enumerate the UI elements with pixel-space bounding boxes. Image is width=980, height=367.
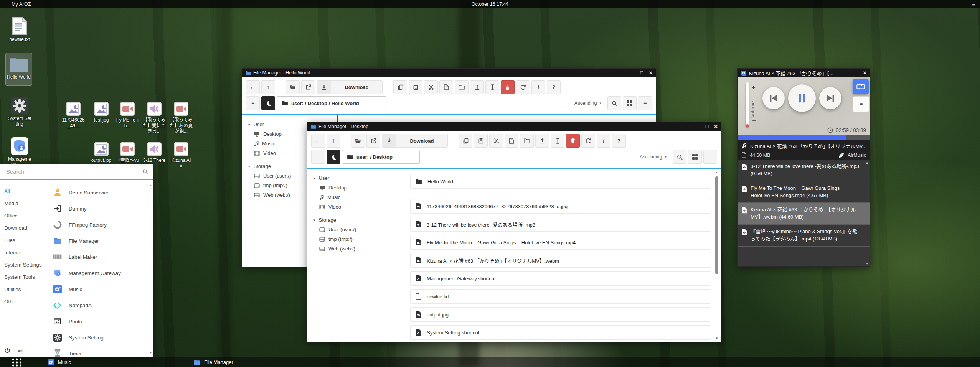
- toolbar-button[interactable]: Download: [317, 80, 383, 94]
- menu-category[interactable]: All: [0, 185, 47, 197]
- scrollbar-thumb[interactable]: [715, 176, 718, 274]
- desktop-icon[interactable]: System Set ting: [6, 97, 33, 127]
- toolbar-button[interactable]: [301, 80, 315, 94]
- menu-category[interactable]: Download: [0, 222, 47, 234]
- app-list-item[interactable]: File Manager: [53, 233, 147, 249]
- close-button[interactable]: ×: [649, 69, 652, 77]
- menu-category[interactable]: System Settings: [0, 259, 47, 271]
- playlist-item[interactable]: 『雪峰 ～yukimine～ Piano & Strings Ver.』を歌って…: [738, 225, 870, 247]
- toolbar-button[interactable]: [424, 80, 438, 94]
- sidebar-item[interactable]: Web (web:/): [313, 244, 403, 253]
- menu-category[interactable]: Internet: [0, 247, 47, 259]
- toolbar-button[interactable]: ←: [311, 134, 325, 148]
- toolbar-button[interactable]: [566, 134, 580, 148]
- desktop-icon[interactable]: output.jpg: [88, 142, 115, 163]
- title-bar[interactable]: Kizuna AI × 花譜 #63 「かりそめ」【... – ×: [738, 69, 870, 77]
- toolbar-button[interactable]: i: [531, 80, 545, 94]
- volume-slider[interactable]: [746, 82, 749, 128]
- desktop-icon[interactable]: Fly Me To T h...: [114, 102, 141, 128]
- minimize-button[interactable]: –: [697, 122, 700, 131]
- toolbar-button[interactable]: [470, 80, 484, 94]
- toolbar-button[interactable]: [366, 134, 380, 148]
- system-brand[interactable]: My ArOZ: [12, 2, 31, 7]
- toolbar-button[interactable]: [489, 134, 503, 148]
- app-list-item[interactable]: Timer: [53, 346, 147, 357]
- scroll-down-icon[interactable]: ▾: [714, 336, 719, 340]
- list-view-button[interactable]: ≡: [638, 96, 652, 110]
- toolbar-button[interactable]: [505, 134, 518, 148]
- toolbar-button[interactable]: Download: [382, 134, 448, 148]
- toolbar-button[interactable]: [351, 134, 365, 148]
- app-list-item[interactable]: Music: [53, 281, 147, 297]
- toolbar-button[interactable]: [501, 80, 515, 94]
- desktop-icon[interactable]: 3-12 There: [141, 142, 168, 163]
- scrollbar[interactable]: ▴ ▾: [149, 181, 153, 357]
- dark-mode-button[interactable]: [327, 150, 340, 164]
- toolbar-button[interactable]: ↑: [261, 80, 275, 94]
- playlist-menu-button[interactable]: ≡: [853, 96, 869, 112]
- toolbar-button[interactable]: [439, 80, 453, 94]
- sidebar-item[interactable]: ▾ Storage: [313, 215, 403, 225]
- minimize-button[interactable]: –: [632, 69, 635, 77]
- toolbar-button[interactable]: [581, 134, 595, 148]
- toolbar-button[interactable]: [474, 134, 488, 148]
- app-list-item[interactable]: Dummy: [53, 201, 147, 217]
- toolbar-button[interactable]: [485, 80, 499, 94]
- toolbar-button[interactable]: ?: [612, 134, 626, 148]
- toolbar-button[interactable]: [409, 80, 422, 94]
- toolbar-button[interactable]: ↑: [327, 134, 340, 148]
- minimize-button[interactable]: –: [855, 69, 857, 77]
- app-list-item[interactable]: System Setting: [53, 329, 147, 346]
- sidebar-item[interactable]: User (user:/): [313, 225, 403, 234]
- menu-category[interactable]: Media: [0, 197, 47, 210]
- hamburger-icon[interactable]: ≡: [972, 0, 975, 8]
- toolbar-button[interactable]: ?: [547, 80, 561, 94]
- scroll-up-icon[interactable]: ▴: [714, 170, 719, 174]
- grid-view-button[interactable]: [623, 96, 637, 110]
- file-row[interactable]: System Setting.shortcut: [410, 325, 711, 340]
- file-row[interactable]: output.jpg: [410, 307, 711, 322]
- repeat-button[interactable]: [853, 79, 869, 94]
- sidebar-item[interactable]: Music: [313, 193, 403, 202]
- taskbar-item[interactable]: Music: [48, 357, 71, 367]
- desktop-icon[interactable]: 117346026 _49...: [60, 102, 87, 128]
- playlist-item[interactable]: Kizuna AI × 花譜 #63 「かりそめ」【オリジナルMV】.webm …: [738, 203, 870, 225]
- breadcrumb[interactable]: user: / Desktop: [342, 150, 420, 164]
- maximize-button[interactable]: □: [640, 69, 643, 77]
- app-list-item[interactable]: Demo Subservice: [53, 184, 147, 201]
- file-row[interactable]: Kizuna AI × 花譜 #63 「かりそめ」【オリジナルMV】.webm: [410, 253, 711, 268]
- app-list-item[interactable]: Management Gateway: [53, 265, 147, 281]
- app-list-item[interactable]: Label Maker: [53, 249, 147, 265]
- desktop-icon[interactable]: Hello World: [5, 53, 32, 86]
- scrollbar[interactable]: ▴ ▾: [714, 170, 719, 340]
- menu-category[interactable]: Office: [0, 210, 47, 222]
- close-button[interactable]: ×: [863, 69, 866, 77]
- desktop-icon[interactable]: 【歌ってみ た】あの夏 が飽...: [168, 102, 195, 134]
- sidebar-toggle-button[interactable]: ≡: [311, 150, 325, 164]
- volume-down-button[interactable]: −: [752, 117, 756, 124]
- file-row[interactable]: 117346026_4968186883206677_3276783073763…: [410, 199, 711, 214]
- file-row[interactable]: newfile.txt: [410, 289, 711, 304]
- menu-category[interactable]: System Tools: [0, 271, 47, 283]
- desktop-icon[interactable]: 『雪峰～yu: [114, 142, 141, 163]
- menu-category[interactable]: Utilities: [0, 283, 47, 296]
- playlist-item[interactable]: Fly Me To The Moon _ Gawr Gura Sings _ H…: [738, 181, 870, 203]
- toolbar-button[interactable]: [459, 134, 472, 148]
- sidebar-item[interactable]: Desktop: [313, 183, 403, 193]
- volume-up-button[interactable]: +: [752, 84, 755, 91]
- progress-bar[interactable]: [738, 135, 870, 140]
- playlist-item[interactable]: 3-12 There will be love there -愛のある場所-.m…: [738, 160, 870, 181]
- file-row[interactable]: 3-12 There will be love there -愛のある場所-.m…: [410, 217, 711, 232]
- sidebar-item[interactable]: Video: [313, 202, 403, 212]
- toolbar-button[interactable]: [516, 80, 530, 94]
- taskbar-item[interactable]: File Manager: [194, 357, 233, 367]
- desktop-icon[interactable]: Manageme nt Gateway: [6, 137, 33, 168]
- sort-order-dropdown[interactable]: Ascending ▾: [570, 100, 606, 106]
- toolbar-button[interactable]: [393, 80, 407, 94]
- title-bar[interactable]: File Manager - Hello World – □ ×: [242, 69, 656, 77]
- toolbar-button[interactable]: ←: [246, 80, 260, 94]
- menu-category[interactable]: Other: [0, 296, 47, 308]
- volume-slider-handle[interactable]: [746, 124, 749, 128]
- sidebar-item[interactable]: ▾ User: [313, 173, 403, 183]
- toolbar-button[interactable]: [455, 80, 469, 94]
